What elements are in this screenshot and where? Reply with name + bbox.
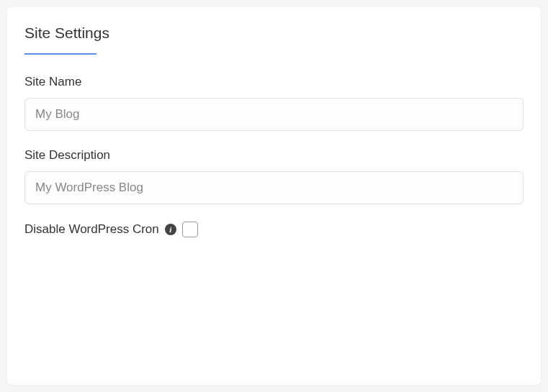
title-underline [24,53,96,55]
disable-cron-checkbox[interactable] [182,222,198,237]
title-wrapper: Site Settings [24,24,524,55]
site-name-input[interactable] [24,98,524,131]
site-settings-card: Site Settings Site Name Site Description… [7,7,541,385]
site-description-input[interactable] [24,171,524,204]
disable-cron-label: Disable WordPress Cron [24,222,159,237]
site-description-label: Site Description [24,148,524,163]
page-title: Site Settings [24,24,109,49]
site-name-group: Site Name [24,75,524,131]
disable-cron-row: Disable WordPress Cron i [24,222,524,237]
site-description-group: Site Description [24,148,524,204]
info-icon[interactable]: i [165,224,176,235]
site-name-label: Site Name [24,75,524,89]
